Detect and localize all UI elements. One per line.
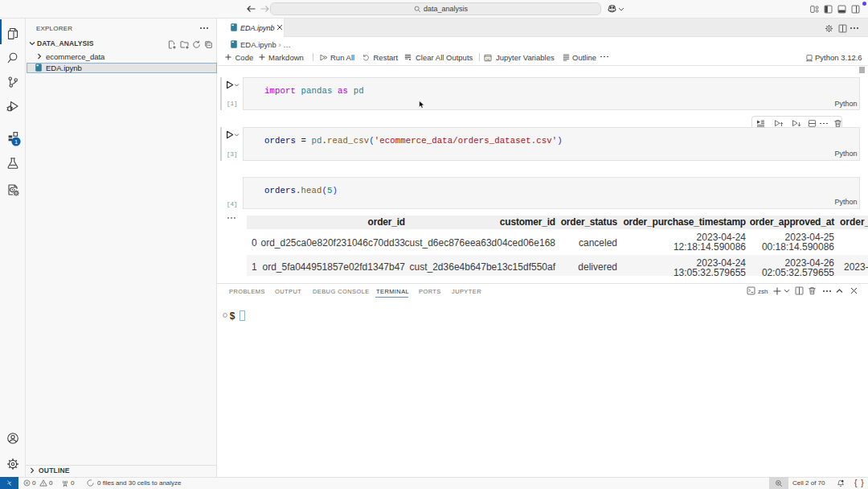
svg-text:(x): (x): [485, 56, 490, 60]
svg-text:1: 1: [14, 138, 18, 146]
